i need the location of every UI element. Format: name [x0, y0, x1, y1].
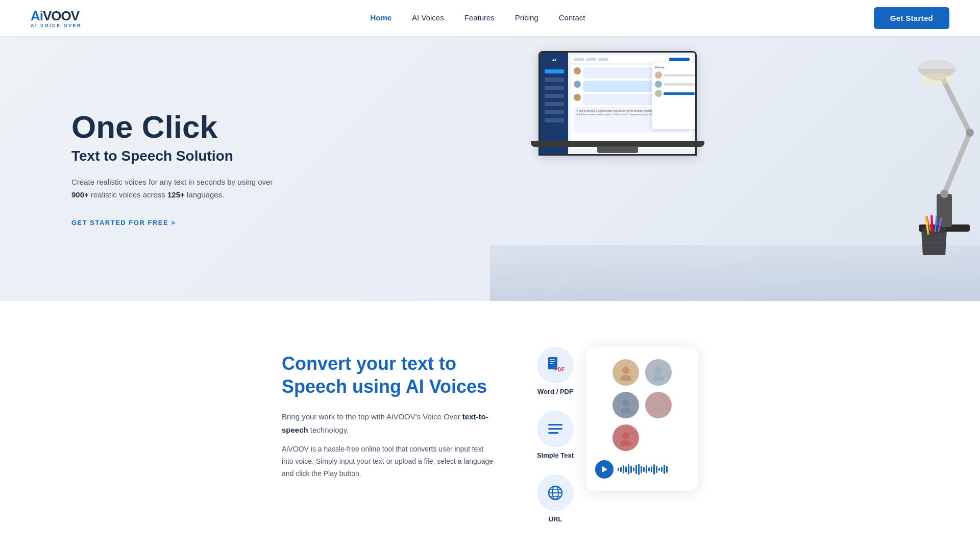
svg-line-2	[944, 133, 970, 194]
svg-point-5	[966, 129, 974, 137]
laptop-screen: Ai	[538, 51, 697, 156]
hero-title: One Click	[71, 110, 459, 144]
section2-desc2: AiVOOV is a hassle-free online tool that…	[282, 443, 496, 480]
voice-item-1	[655, 71, 695, 79]
svg-point-33	[622, 367, 629, 374]
logo-ai: Ai	[31, 8, 43, 23]
audio-waveform	[618, 462, 689, 477]
voice-item-3	[655, 90, 695, 97]
app-right-panel: Voices	[652, 63, 697, 129]
logo-voov: VOOV	[43, 8, 79, 23]
hero-cta-link[interactable]: GET STARTED FOR FREE >	[71, 219, 176, 227]
sidebar-item-5	[545, 102, 564, 106]
panel-title: Voices	[655, 66, 695, 69]
svg-rect-26	[548, 428, 562, 430]
voice-avatars-grid	[612, 359, 672, 451]
svg-rect-25	[548, 424, 562, 425]
simple-text-label: Simple Text	[537, 452, 574, 459]
topbar-item-3	[598, 58, 608, 61]
voice-avatar-3	[612, 392, 639, 418]
voice-avatar-1	[655, 71, 662, 79]
topbar-item-2	[586, 58, 596, 61]
voice-avatar-4	[645, 392, 672, 418]
voice-avatar-5	[612, 424, 639, 451]
word-pdf-icon: PDF	[546, 356, 565, 374]
sidebar-item-4	[545, 94, 564, 98]
logo-subtitle: AI VOICE OVER	[31, 23, 82, 28]
voice-avatar-2	[655, 81, 662, 88]
voice-bar-1	[664, 74, 695, 77]
logo: AiVOOV AI VOICE OVER	[31, 8, 82, 28]
nav-link-contact[interactable]: Contact	[559, 13, 585, 22]
chat-avatar-2	[574, 81, 581, 88]
app-topbar	[571, 56, 692, 63]
get-started-button[interactable]: Get Started	[874, 7, 949, 29]
chat-avatar-1	[574, 67, 581, 74]
chat-avatar-3	[574, 94, 581, 101]
svg-point-37	[622, 399, 629, 407]
svg-marker-43	[602, 466, 607, 472]
section2-heading: Convert your text toSpeech using AI Voic…	[282, 352, 496, 398]
svg-line-3	[939, 71, 970, 133]
hero-right: Ai	[490, 36, 980, 301]
input-method-simple-text: Simple Text	[537, 411, 574, 459]
svg-point-34	[620, 375, 631, 381]
topbar-item-1	[574, 58, 584, 61]
svg-text:PDF: PDF	[554, 367, 565, 372]
navbar: AiVOOV AI VOICE OVER Home AI Voices Feat…	[0, 0, 980, 36]
input-methods-list: PDF Word / PDF Simple Text	[537, 347, 574, 523]
word-pdf-icon-box: PDF	[537, 347, 574, 384]
section-convert: Convert your text toSpeech using AI Voic…	[0, 301, 980, 551]
voice-bar-3	[664, 92, 695, 95]
nav-link-pricing[interactable]: Pricing	[515, 13, 538, 22]
hero-subtitle: Text to Speech Solution	[71, 148, 459, 164]
voice-avatar-1	[612, 359, 639, 386]
voice-avatar-2	[645, 359, 672, 386]
svg-point-38	[620, 408, 631, 413]
audio-play-bar	[595, 460, 689, 479]
app-sidebar: Ai	[540, 53, 568, 154]
simple-text-icon-box	[537, 411, 574, 447]
section2-left: Convert your text toSpeech using AI Voic…	[282, 342, 496, 480]
word-pdf-label: Word / PDF	[537, 388, 573, 395]
input-method-word-pdf: PDF Word / PDF	[537, 347, 574, 395]
voice-item-2	[655, 81, 695, 88]
url-icon	[546, 484, 565, 502]
sidebar-item-3	[545, 86, 564, 90]
voice-bar-2	[664, 83, 695, 86]
svg-rect-23	[550, 363, 553, 364]
hero-section: One Click Text to Speech Solution Create…	[0, 36, 980, 301]
svg-point-41	[622, 432, 629, 439]
simple-text-icon	[546, 420, 565, 438]
pencil-cup-illustration	[914, 214, 954, 260]
desk-surface	[490, 245, 980, 301]
voice-avatar-3	[655, 90, 662, 97]
svg-point-40	[653, 408, 664, 413]
svg-point-6	[940, 190, 948, 198]
svg-point-35	[655, 367, 662, 374]
sidebar-item-6	[545, 110, 564, 114]
url-label: URL	[549, 515, 562, 523]
hero-left: One Click Text to Speech Solution Create…	[0, 69, 490, 267]
svg-rect-21	[550, 359, 555, 360]
svg-point-42	[620, 440, 631, 446]
nav-link-home[interactable]: Home	[370, 13, 391, 22]
hero-description: Create realistic voices for any text in …	[71, 176, 286, 202]
nav-links: Home AI Voices Features Pricing Contact	[370, 13, 585, 22]
voice-list	[655, 71, 695, 97]
voice-panel	[586, 347, 698, 491]
url-icon-box	[537, 474, 574, 511]
svg-point-39	[655, 399, 662, 407]
nav-link-features[interactable]: Features	[464, 13, 495, 22]
sidebar-item-7	[545, 118, 564, 122]
svg-rect-27	[548, 432, 558, 434]
svg-rect-22	[550, 361, 555, 362]
nav-link-ai-voices[interactable]: AI Voices	[412, 13, 444, 22]
play-button[interactable]	[595, 460, 614, 479]
svg-point-7	[921, 73, 952, 85]
svg-point-36	[653, 375, 664, 381]
laptop-stand	[597, 146, 638, 153]
topbar-button	[669, 58, 690, 61]
svg-point-4	[917, 60, 956, 78]
sidebar-item-2	[545, 78, 564, 82]
